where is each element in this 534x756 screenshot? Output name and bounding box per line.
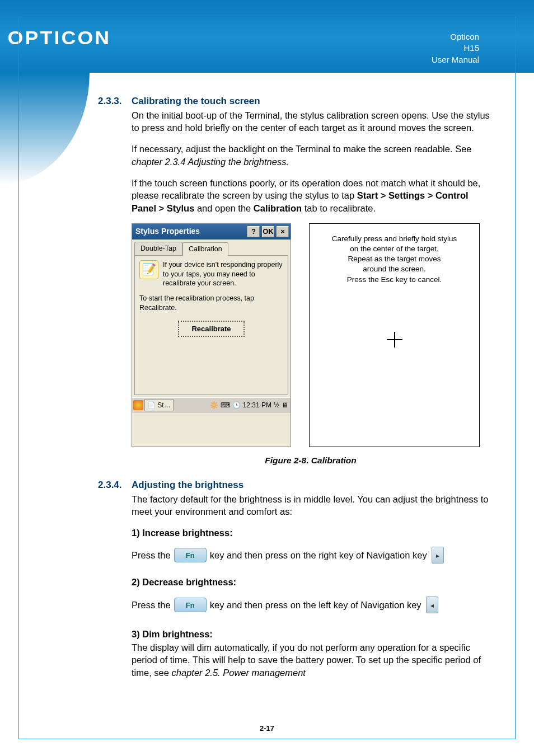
p3-c: and open the [194,203,254,213]
s1-b: key and then press on the right key of N… [210,549,427,561]
ok-button[interactable]: OK [262,226,274,237]
side-curve-decoration [0,73,90,185]
fn-key-icon: Fn [174,548,207,562]
titlebar: Stylus Properties ? OK × [132,224,291,240]
tab-body: 📝 If your device isn't responding proper… [134,255,288,395]
fn-key-icon-2: Fn [174,598,207,612]
header-line-3: User Manual [432,54,479,65]
page-content: 2.3.3. Calibrating the touch screen On t… [98,95,490,679]
s2-b: key and then press on the left key of Na… [210,599,421,611]
taskbar-app[interactable]: 📄 St… [144,399,174,411]
sub-3-body: The display will dim automatically, if y… [132,641,490,679]
tray-icon-3[interactable]: 🕒 [232,401,241,410]
section-title-233: Calibrating the touch screen [132,95,260,108]
p3-d: Calibration [254,203,302,213]
tray-icon-1[interactable]: 🔆 [210,401,218,410]
calib-line-3: Repeat as the target moves [313,254,476,264]
section-233-p3: If the touch screen functions poorly, or… [132,177,490,214]
tab-calibration[interactable]: Calibration [182,242,228,256]
help-button[interactable]: ? [247,226,260,237]
p2-ref: chapter 2.3.4 Adjusting the brightness. [132,157,289,167]
header-line-2: H15 [432,43,479,54]
sub-1-line: Press the Fn key and then press on the r… [132,547,490,564]
nav-left-key-icon: ◂ [426,597,438,613]
hint-text: If your device isn't responding properly… [163,260,283,289]
tab-double-tap[interactable]: Double-Tap [134,242,182,255]
tray-time: 12:31 PM [243,401,271,410]
s3-b: chapter 2.5. Power management [172,668,306,678]
recalibrate-button[interactable]: Recalibrate [178,321,244,337]
start-icon[interactable] [133,400,143,410]
nav-right-key-icon: ▸ [432,547,444,564]
brand-logo: OPTICON [10,27,109,49]
calib-line-2: on the center of the target. [313,244,476,254]
tab-strip: Double-Tap Calibration [132,240,291,255]
stylus-properties-window: Stylus Properties ? OK × Double-Tap Cali… [132,223,291,447]
tray-icon-2[interactable]: ⌨ [221,401,230,410]
tray-icon-5[interactable]: 🖥 [282,401,288,410]
calibration-target-screen: Carefully press and briefly hold stylus … [309,223,480,447]
calib-line-4: around the screen. [313,264,476,274]
taskbar: 📄 St… 🔆 ⌨ 🕒 12:31 PM ½ 🖥 [132,397,291,413]
header-meta: Opticon H15 User Manual [432,31,479,65]
s1-a: Press the [132,549,171,561]
page-number: 2-17 [0,724,534,732]
section-title-234: Adjusting the brightness [132,479,243,492]
section-233-p2: If necessary, adjust the backlight on th… [132,143,490,168]
sub-3-heading: 3) Dim brightness: [132,628,490,640]
tray-icon-4[interactable]: ½ [274,401,279,410]
header-line-1: Opticon [432,31,479,43]
close-button[interactable]: × [277,226,289,237]
section-number-234: 2.3.4. [98,479,132,492]
figure-caption: Figure 2-8. Calibration [132,455,490,467]
start-text: To start the recalibration process, tap … [139,294,283,313]
sub-1-heading: 1) Increase brightness: [132,527,490,539]
hint-icon: 📝 [139,260,158,279]
window-title: Stylus Properties [135,226,245,237]
sub-2-line: Press the Fn key and then press on the l… [132,597,490,613]
s2-a: Press the [132,599,171,611]
sub-2-heading: 2) Decrease brightness: [132,576,490,588]
header-bar: OPTICON Opticon H15 User Manual [0,0,534,73]
p2-text: If necessary, adjust the backlight on th… [132,144,472,154]
section-234-intro: The factory default for the brightness i… [132,493,490,518]
p3-e: tab to recalibrate. [302,203,376,213]
section-number-233: 2.3.3. [98,95,132,108]
calib-line-5: Press the Esc key to cancel. [313,275,476,285]
section-233-p1: On the initial boot-up of the Terminal, … [132,109,490,134]
calib-line-1: Carefully press and briefly hold stylus [313,234,476,244]
